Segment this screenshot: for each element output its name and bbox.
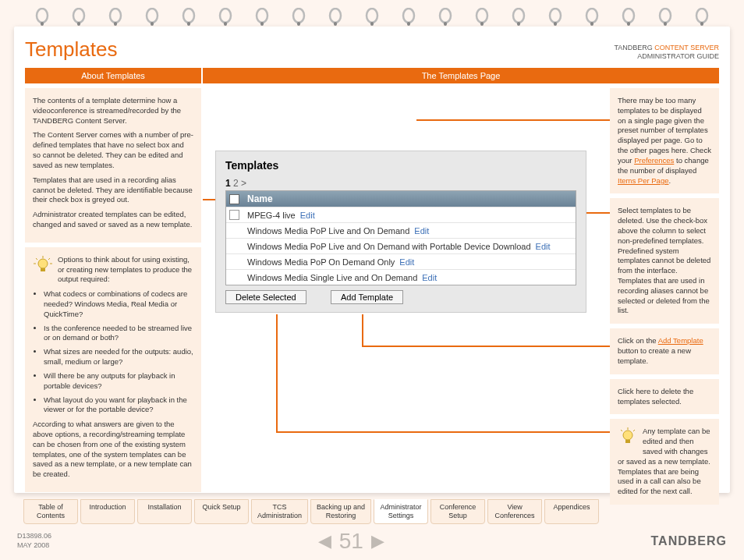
spiral-ring [622,8,636,27]
svg-rect-9 [187,22,190,26]
nav-admin-settings[interactable]: AdministratorSettings [374,499,428,524]
spiral-ring [108,8,122,27]
edit-link[interactable]: Edit [536,242,551,251]
table-header: Name [226,191,576,207]
edit-link[interactable]: Edit [399,257,414,267]
callout-line [362,314,363,346]
svg-rect-35 [664,22,667,26]
spiral-ring [145,8,159,27]
nav-view-conferences[interactable]: ViewConferences [487,499,542,524]
nav-tcs-admin[interactable]: TCSAdministration [251,499,308,524]
section-tabs: About Templates The Templates Page [25,68,719,83]
svg-rect-33 [627,22,630,26]
callout-delete-here: Click here to delete the templates selec… [610,379,719,415]
row-checkbox-disabled [229,241,239,251]
template-name: Windows Media PoP Live and On Demand [247,226,409,236]
page-number: 51 [339,529,363,554]
row-checkbox[interactable] [229,210,239,220]
edit-link[interactable]: Edit [422,273,437,282]
items-per-page-link[interactable]: Items Per Page [618,176,668,185]
template-name: MPEG-4 live [247,211,296,220]
add-template-button[interactable]: Add Template [331,290,403,304]
preferences-link[interactable]: Preferences [634,156,674,165]
svg-point-2 [73,9,84,23]
template-name: Windows Media PoP On Demand Only [247,257,395,267]
nav-appendices[interactable]: Appendices [544,499,599,524]
select-all-checkbox[interactable] [229,194,239,204]
ss-heading: Templates [225,159,576,172]
page-1-link[interactable]: 1 [225,178,231,189]
spiral-binding: for (let i=0;i<19;i++){ document.write('… [0,0,744,27]
spiral-ring [328,8,342,27]
table-row: Windows Media PoP On Demand Only Edit [226,253,576,269]
svg-point-6 [147,9,158,23]
spiral-ring [658,8,672,27]
bottom-nav-tabs: Table ofContents Introduction Installati… [14,499,730,524]
svg-point-20 [403,9,414,23]
header-right: TANDBERG CONTENT SERVER ADMINISTRATOR GU… [614,44,719,62]
tab-templates-page[interactable]: The Templates Page [203,68,719,83]
nav-installation[interactable]: Installation [137,499,192,524]
add-template-text: Add Template [658,336,703,345]
svg-rect-17 [334,22,337,26]
svg-point-30 [586,9,597,23]
svg-rect-21 [407,22,410,26]
nav-quick-setup[interactable]: Quick Setup [194,499,249,524]
spiral-ring [218,8,232,27]
nav-backup-restore[interactable]: Backing up andRestoring [310,499,371,524]
svg-point-16 [330,9,341,23]
spiral-ring [182,8,196,27]
lightbulb-icon [33,255,53,275]
left-column: The contents of a template determine how… [25,88,201,505]
callout-line [276,314,278,431]
svg-point-10 [220,9,231,23]
svg-point-14 [293,9,304,23]
svg-point-0 [37,9,48,23]
svg-point-26 [513,9,524,23]
page-2-link[interactable]: 2 [233,178,239,189]
right-column: There may be too many templates to be di… [610,88,719,505]
svg-point-12 [257,9,267,23]
about-box: The contents of a template determine how… [25,88,201,243]
page-next-link[interactable]: > [241,178,246,189]
svg-rect-15 [297,22,300,26]
ss-pagination: 1 2 > [225,178,576,189]
svg-line-48 [621,430,622,431]
col-name-header: Name [247,193,273,204]
spiral-ring [402,8,416,27]
prev-page-arrow[interactable]: ◀ [318,531,331,551]
delete-selected-button[interactable]: Delete Selected [225,290,306,304]
svg-point-18 [367,9,377,23]
table-row: Windows Media PoP Live and On Demand wit… [226,238,576,253]
svg-rect-11 [224,22,227,26]
svg-rect-5 [114,22,117,26]
callout-line [362,346,610,347]
svg-point-28 [550,9,561,23]
callout-pagination: There may be too many templates to be di… [610,88,719,193]
svg-point-34 [660,9,671,23]
tandberg-logo: TANDBERG [651,534,727,548]
templates-table: Name MPEG-4 live Edit Windows Media PoP … [225,190,576,285]
tab-about-templates[interactable]: About Templates [25,68,201,83]
nav-introduction[interactable]: Introduction [80,499,135,524]
next-page-arrow[interactable]: ▶ [371,531,384,551]
page-body: Templates TANDBERG CONTENT SERVER ADMINI… [14,27,730,493]
edit-link[interactable]: Edit [300,211,315,220]
svg-point-36 [696,9,707,23]
svg-rect-25 [480,22,484,26]
center-column: Templates 1 2 > Name MPEG-4 live Edit [206,88,605,505]
svg-rect-1 [41,22,44,26]
nav-toc[interactable]: Table ofContents [23,499,78,524]
svg-rect-23 [444,22,447,26]
nav-conference-setup[interactable]: ConferenceSetup [430,499,485,524]
spiral-ring [255,8,269,27]
spiral-ring [35,8,49,27]
svg-rect-27 [517,22,520,26]
svg-point-24 [477,9,487,23]
svg-line-49 [633,430,635,431]
lightbulb-icon [618,427,638,447]
svg-line-42 [48,258,50,260]
edit-link[interactable]: Edit [414,226,429,236]
options-box: Options to think about for using existin… [25,247,201,492]
svg-rect-13 [260,22,264,26]
